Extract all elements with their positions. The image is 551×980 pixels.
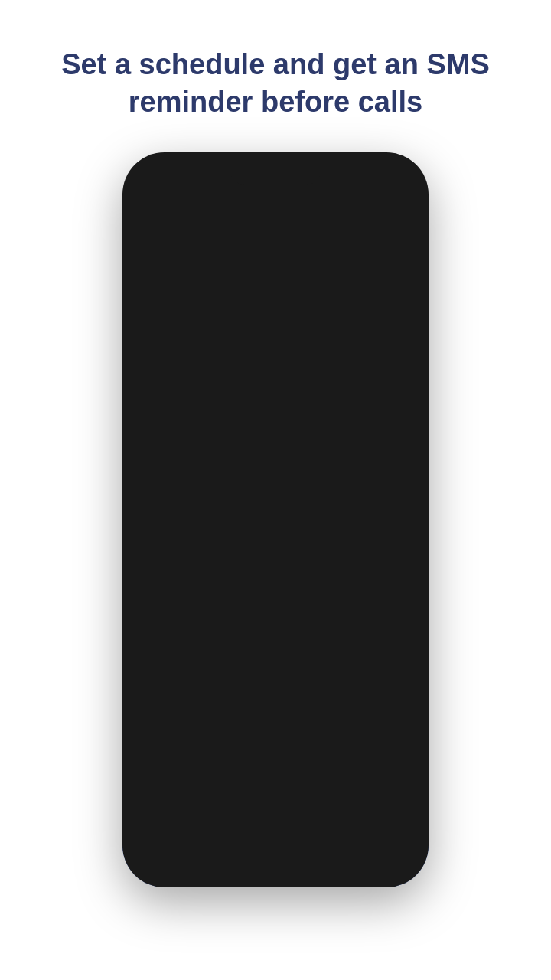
phone-mockup: 9:41 ← Schedule your call: [122, 152, 429, 887]
hero-title: Set a schedule and get an SMS reminder b…: [0, 0, 551, 145]
phone-frame: [122, 152, 429, 887]
page-background: Set a schedule and get an SMS reminder b…: [0, 0, 551, 980]
phone-notch: [230, 163, 321, 185]
